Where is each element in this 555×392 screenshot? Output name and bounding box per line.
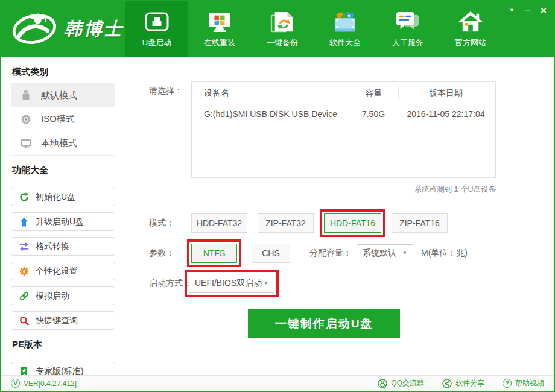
main-panel: 请选择： 设备名 容量 版本日期 G:(hd1)SMI USB DISK USB… xyxy=(126,57,554,375)
sidebar-button-label: 模拟启动 xyxy=(36,291,69,302)
software-box-icon xyxy=(331,8,359,33)
device-capacity-cell: 7.50G xyxy=(349,109,398,119)
brand-name: 韩博士 xyxy=(64,17,124,42)
usb-drive-icon xyxy=(143,8,171,33)
mode-label: 模式： xyxy=(126,218,191,229)
magnifier-icon xyxy=(19,316,29,326)
boot-mode-dropdown[interactable]: UEFI/BIOS双启动 ▼ xyxy=(189,274,274,293)
tab-label: 一键备份 xyxy=(267,37,298,48)
close-icon[interactable]: × xyxy=(541,5,547,16)
tools-section-title: 功能大全 xyxy=(1,156,125,182)
param-label: 参数： xyxy=(126,248,191,259)
sidebar-item-default-mode[interactable]: 默认模式 xyxy=(11,83,115,107)
sidebar-item-label: ISO模式 xyxy=(41,113,75,125)
tab-label: 软件大全 xyxy=(329,37,361,48)
sidebar-button-label: 初始化U盘 xyxy=(36,192,75,203)
qq-penguin-icon xyxy=(378,379,387,388)
mode-list: 默认模式 ISO模式 xyxy=(11,83,115,156)
backup-refresh-icon xyxy=(268,8,296,33)
minimize-icon[interactable]: ─ xyxy=(525,7,530,14)
refresh-icon xyxy=(19,192,29,202)
device-table: 设备名 容量 版本日期 G:(hd1)SMI USB DISK USB Devi… xyxy=(191,81,496,178)
capacity-dropdown-value: 系统默认 xyxy=(363,248,396,259)
sidebar-button-label: 格式转换 xyxy=(36,241,69,252)
footer-link-label: QQ交流群 xyxy=(391,378,424,388)
sidebar-item-label: 本地模式 xyxy=(41,138,77,149)
sidebar-button-label: 升级启动U盘 xyxy=(36,217,84,227)
mode-section-title: 模式类别 xyxy=(1,57,125,83)
disc-icon xyxy=(21,114,31,125)
sidebar-button-hotkey-lookup[interactable]: 快捷键查询 xyxy=(11,311,115,330)
make-boot-usb-button[interactable]: 一键制作启动U盘 xyxy=(248,309,400,338)
mode-option-zip-fat32[interactable]: ZIP-FAT32 xyxy=(258,213,314,233)
header: 韩博士 U盘启动 xyxy=(1,1,554,57)
chat-service-icon xyxy=(394,8,422,33)
column-header-capacity: 容量 xyxy=(349,87,398,99)
tab-online-reinstall[interactable]: 在线重装 xyxy=(188,1,251,57)
sidebar-button-personalize[interactable]: 个性化设置 xyxy=(11,262,115,280)
version-info: V VER[0.4.27.412] xyxy=(11,379,77,388)
mode-option-hdd-fat16[interactable]: HDD-FAT16 xyxy=(324,213,381,233)
capacity-dropdown[interactable]: 系统默认 ▼ xyxy=(357,244,413,262)
help-video-link[interactable]: ? 帮助视频 xyxy=(503,378,544,388)
menu-caret-icon[interactable]: ▼ xyxy=(509,8,515,13)
nav-tabs: U盘启动 在线重装 xyxy=(125,1,502,57)
tab-official-website[interactable]: 官方网站 xyxy=(439,1,502,57)
sidebar: 模式类别 默认模式 xyxy=(1,57,125,375)
param-option-ntfs[interactable]: NTFS xyxy=(191,244,237,263)
sidebar-button-label: 快捷键查询 xyxy=(36,315,78,326)
version-icon: V xyxy=(11,379,20,388)
param-option-chs[interactable]: CHS xyxy=(252,244,290,263)
monitor-windows-icon xyxy=(206,8,233,33)
qq-group-link[interactable]: QQ交流群 xyxy=(378,378,424,388)
app-window: 韩博士 U盘启动 xyxy=(0,0,555,392)
device-name-cell: G:(hd1)SMI USB DISK USB Device xyxy=(192,109,349,119)
detect-status-note: 系统检测到 1 个U盘设备 xyxy=(191,185,496,195)
sidebar-item-local-mode[interactable]: 本地模式 xyxy=(11,131,115,156)
window-controls: ▼ ─ × xyxy=(509,5,547,16)
sidebar-item-iso-mode[interactable]: ISO模式 xyxy=(11,107,115,131)
swap-arrows-icon xyxy=(19,242,29,251)
tab-label: 在线重装 xyxy=(204,37,235,48)
device-table-row[interactable]: G:(hd1)SMI USB DISK USB Device 7.50G 201… xyxy=(192,104,495,124)
help-icon: ? xyxy=(503,379,512,388)
sidebar-button-upgrade-usb[interactable]: 升级启动U盘 xyxy=(11,212,115,231)
sidebar-button-init-usb[interactable]: 初始化U盘 xyxy=(11,188,115,206)
gear-icon xyxy=(19,267,29,276)
mode-option-hdd-fat32[interactable]: HDD-FAT32 xyxy=(191,213,247,233)
share-link[interactable]: 软件分享 xyxy=(442,378,484,388)
capacity-label: 分配容量： xyxy=(309,248,352,259)
tab-usb-boot[interactable]: U盘启动 xyxy=(125,1,188,57)
footer: V VER[0.4.27.412] QQ交流群 xyxy=(1,375,554,391)
tab-software-collection[interactable]: 软件大全 xyxy=(314,1,376,57)
device-table-header: 设备名 容量 版本日期 xyxy=(192,82,495,104)
sidebar-button-simulate-boot[interactable]: 模拟启动 xyxy=(11,286,115,305)
version-text: VER[0.4.27.412] xyxy=(24,379,77,388)
hanboshi-logo-icon xyxy=(11,11,58,48)
usb-stick-icon xyxy=(21,90,31,101)
monitor-icon xyxy=(21,138,31,149)
chevron-down-icon: ▼ xyxy=(264,281,268,286)
chevron-down-icon: ▼ xyxy=(402,251,407,256)
footer-link-label: 帮助视频 xyxy=(515,378,544,388)
mode-row: 模式： HDD-FAT32 ZIP-FAT32 HDD-FAT16 ZIP-FA… xyxy=(126,213,554,233)
home-website-icon xyxy=(457,8,484,33)
tab-one-key-backup[interactable]: 一键备份 xyxy=(251,1,314,57)
mode-option-zip-fat16[interactable]: ZIP-FAT16 xyxy=(392,213,448,233)
select-device-label: 请选择： xyxy=(149,86,183,96)
chain-link-icon xyxy=(19,291,29,301)
tab-human-service[interactable]: 人工服务 xyxy=(376,1,439,57)
tab-label: 官方网站 xyxy=(455,37,486,48)
pe-section-title: PE版本 xyxy=(1,330,125,356)
brand-logo: 韩博士 xyxy=(1,1,125,57)
capacity-unit-label: M(单位：兆) xyxy=(421,248,468,259)
boot-mode-dropdown-value: UEFI/BIOS双启动 xyxy=(195,278,262,289)
sidebar-item-label: 默认模式 xyxy=(41,90,77,101)
column-header-date: 版本日期 xyxy=(398,87,493,99)
boot-row: 启动方式： UEFI/BIOS双启动 ▼ xyxy=(126,273,554,294)
footer-link-label: 软件分享 xyxy=(455,378,484,388)
device-date-cell: 2016-11-05 22:17:04 xyxy=(398,109,493,119)
share-icon xyxy=(442,379,452,388)
boot-mode-label: 启动方式： xyxy=(126,278,189,289)
sidebar-button-format-convert[interactable]: 格式转换 xyxy=(11,237,115,256)
